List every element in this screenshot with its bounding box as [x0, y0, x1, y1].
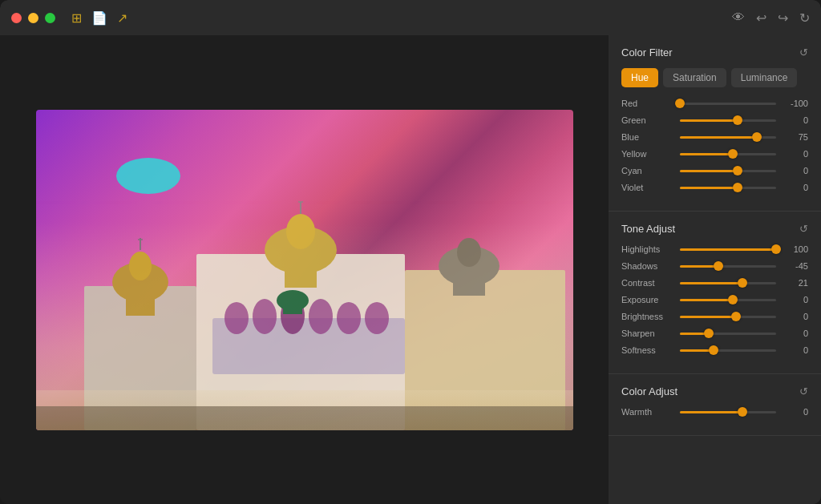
color-adjust-title: Color Adjust: [621, 385, 677, 397]
svg-point-18: [253, 299, 277, 334]
slider-row-shadows: Shadows -45: [621, 261, 808, 271]
image-area: [0, 35, 609, 504]
redo-icon[interactable]: ↪: [778, 10, 788, 26]
slider-value-green: 0: [783, 115, 808, 125]
slider-row-red: Red -100: [621, 99, 808, 108]
main-content: Color Filter ↺ Hue Saturation Luminance …: [0, 35, 821, 504]
svg-point-15: [457, 238, 481, 267]
slider-row-green: Green 0: [621, 115, 808, 125]
slider-track-violet[interactable]: [680, 187, 776, 189]
color-filter-header: Color Filter ↺: [621, 46, 808, 58]
slider-value-violet: 0: [783, 183, 808, 192]
tone-adjust-reset[interactable]: ↺: [799, 223, 808, 235]
slider-label-violet: Violet: [621, 183, 673, 192]
slider-label-exposure: Exposure: [621, 295, 673, 304]
slider-row-softness: Softness 0: [621, 345, 808, 355]
slider-row-contrast: Contrast 21: [621, 278, 808, 288]
minimize-button[interactable]: [28, 13, 38, 23]
slider-value-softness: 0: [783, 345, 808, 355]
slider-track-softness[interactable]: [680, 349, 776, 352]
slider-value-blue: 75: [783, 132, 808, 142]
eye-icon[interactable]: 👁: [732, 10, 745, 25]
tab-luminance[interactable]: Luminance: [731, 68, 798, 87]
slider-label-red: Red: [621, 99, 673, 108]
color-filter-reset[interactable]: ↺: [799, 46, 808, 58]
slider-row-cyan: Cyan 0: [621, 166, 808, 175]
svg-rect-24: [283, 298, 302, 314]
tab-hue[interactable]: Hue: [621, 68, 658, 87]
svg-point-17: [224, 302, 249, 334]
color-filter-section: Color Filter ↺ Hue Saturation Luminance …: [609, 35, 821, 212]
slider-track-blue[interactable]: [680, 136, 776, 139]
slider-value-highlights: 100: [783, 244, 808, 254]
slider-track-red[interactable]: [680, 103, 776, 105]
slider-track-contrast[interactable]: [680, 282, 776, 284]
svg-rect-26: [36, 390, 573, 430]
slider-value-sharpen: 0: [783, 329, 808, 338]
slider-label-yellow: Yellow: [621, 149, 673, 159]
toolbar: ⊞ 📄 ↗: [71, 10, 127, 26]
slider-track-sharpen[interactable]: [680, 333, 776, 335]
close-button[interactable]: [11, 13, 22, 23]
slider-track-cyan[interactable]: [680, 170, 776, 172]
save-icon[interactable]: 📄: [91, 10, 107, 26]
undo-icon[interactable]: ↩: [756, 10, 766, 26]
import-icon[interactable]: ⊞: [71, 10, 82, 26]
slider-value-cyan: 0: [783, 166, 808, 175]
svg-point-21: [337, 302, 361, 334]
svg-rect-14: [453, 264, 485, 296]
svg-point-20: [309, 299, 333, 334]
slider-track-brightness[interactable]: [680, 316, 776, 318]
slider-label-softness: Softness: [621, 345, 673, 355]
slider-row-exposure: Exposure 0: [621, 295, 808, 304]
color-adjust-reset[interactable]: ↺: [799, 385, 808, 397]
slider-track-exposure[interactable]: [680, 299, 776, 301]
title-bar: ⊞ 📄 ↗ 👁 ↩ ↪ ↻: [0, 0, 821, 35]
slider-label-shadows: Shadows: [621, 261, 673, 271]
slider-row-violet: Violet 0: [621, 183, 808, 192]
slider-label-blue: Blue: [621, 132, 673, 142]
slider-value-shadows: -45: [783, 261, 808, 271]
svg-rect-8: [126, 280, 155, 316]
title-bar-right: 👁 ↩ ↪ ↻: [732, 10, 810, 26]
tone-adjust-title: Tone Adjust: [621, 223, 675, 235]
sky-blob: [116, 158, 180, 194]
slider-row-warmth: Warmth 0: [621, 407, 808, 417]
slider-value-exposure: 0: [783, 295, 808, 304]
refresh-icon[interactable]: ↻: [799, 10, 810, 26]
building-svg: [36, 190, 573, 430]
slider-row-brightness: Brightness 0: [621, 312, 808, 321]
tone-adjust-section: Tone Adjust ↺ Highlights 100 Shadows: [609, 212, 821, 374]
slider-track-yellow[interactable]: [680, 153, 776, 155]
slider-value-red: -100: [783, 99, 808, 108]
slider-label-green: Green: [621, 115, 673, 125]
color-adjust-header: Color Adjust ↺: [621, 385, 808, 397]
slider-row-highlights: Highlights 100: [621, 244, 808, 254]
color-filter-title: Color Filter: [621, 46, 673, 58]
slider-value-brightness: 0: [783, 312, 808, 321]
slider-label-warmth: Warmth: [621, 407, 673, 417]
maximize-button[interactable]: [45, 13, 55, 23]
slider-label-highlights: Highlights: [621, 244, 673, 254]
slider-value-contrast: 21: [783, 278, 808, 288]
tone-adjust-header: Tone Adjust ↺: [621, 223, 808, 235]
export-icon[interactable]: ↗: [117, 10, 127, 26]
slider-value-warmth: 0: [783, 407, 808, 417]
slider-label-contrast: Contrast: [621, 278, 673, 288]
tab-saturation[interactable]: Saturation: [663, 68, 726, 87]
slider-label-sharpen: Sharpen: [621, 329, 673, 338]
slider-row-blue: Blue 75: [621, 132, 808, 142]
slider-row-yellow: Yellow 0: [621, 149, 808, 159]
slider-label-brightness: Brightness: [621, 312, 673, 321]
slider-track-warmth[interactable]: [680, 411, 776, 413]
slider-row-sharpen: Sharpen 0: [621, 329, 808, 338]
svg-point-9: [129, 252, 152, 280]
slider-track-highlights[interactable]: [680, 248, 776, 251]
slider-label-cyan: Cyan: [621, 166, 673, 175]
svg-point-22: [365, 302, 389, 334]
color-adjust-section: Color Adjust ↺ Warmth 0: [609, 374, 821, 436]
right-panel: Color Filter ↺ Hue Saturation Luminance …: [609, 35, 821, 504]
slider-track-shadows[interactable]: [680, 265, 776, 268]
image-canvas[interactable]: [36, 110, 573, 430]
slider-track-green[interactable]: [680, 119, 776, 122]
